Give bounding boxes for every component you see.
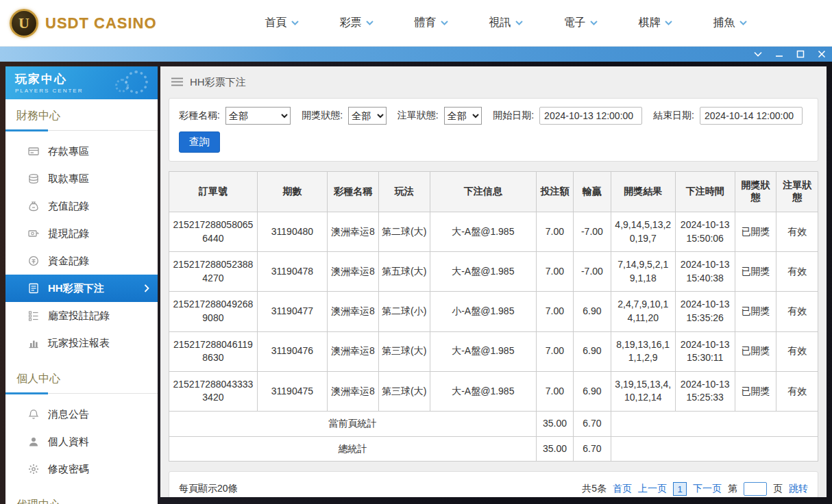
- cell-order: 2152172880580656440: [169, 212, 258, 252]
- sidebar-item-deposit[interactable]: 存款專區: [5, 138, 158, 165]
- sidebar-item-label: 資金記錄: [48, 255, 89, 268]
- pagination-bar: 每頁顯示20條 共5条 首页 上一页 1 下一页 第 页 跳转: [169, 471, 818, 497]
- sidebar-item-withdraw[interactable]: 取款專區: [5, 165, 158, 192]
- nav-item-lottery[interactable]: 彩票: [340, 16, 374, 30]
- chevron-down-icon: [515, 21, 523, 25]
- gear-icon: [28, 464, 39, 475]
- sidebar-item-cashout-records[interactable]: 提現記錄: [5, 220, 158, 247]
- sidebar-item-hh-lottery-bets[interactable]: HH彩票下注: [5, 275, 158, 302]
- money-bag-icon: [28, 201, 39, 212]
- cell-winloss: -7.00: [573, 252, 611, 292]
- bets-table: 訂單號 期數 彩種名稱 玩法 下注信息 投注額 輸贏 開獎結果 下注時間 開獎狀…: [169, 171, 818, 462]
- prev-page-link[interactable]: 上一页: [638, 483, 667, 495]
- draw-status-select[interactable]: 全部: [348, 107, 387, 125]
- sidebar-item-recharge-records[interactable]: 充值記錄: [5, 192, 158, 220]
- jump-button[interactable]: 跳转: [789, 483, 808, 495]
- start-date-input[interactable]: [539, 107, 642, 125]
- col-play: 玩法: [378, 172, 430, 212]
- cell-winloss: 6.90: [573, 292, 611, 331]
- cell-order: 2152172880523884270: [169, 252, 258, 292]
- sidebar-item-label: HH彩票下注: [48, 282, 104, 295]
- order-status-select[interactable]: 全部: [444, 107, 482, 125]
- cell-period: 31190480: [257, 212, 327, 252]
- chevron-down-icon: [291, 21, 299, 25]
- cell-result: 4,9,14,5,13,20,19,7: [611, 212, 675, 252]
- cell-time: 2024-10-13 15:25:33: [675, 371, 735, 411]
- chevron-right-icon: [144, 283, 149, 294]
- jump-page-input[interactable]: [744, 482, 767, 496]
- cell-order-status: 有效: [776, 292, 818, 331]
- sidebar-item-room-bet-records[interactable]: 廳室投註記錄: [5, 302, 158, 329]
- grand-total-empty: [611, 436, 818, 462]
- nav-item-cards[interactable]: 棋牌: [639, 16, 672, 30]
- nav-item-sports[interactable]: 體育: [415, 16, 448, 30]
- cell-order-status: 有效: [776, 371, 818, 411]
- breadcrumb: HH彩票下注: [160, 66, 827, 98]
- table-row: 2152172880461198630 31190476 澳洲幸运8 第三球(大…: [169, 331, 818, 371]
- cell-period: 31190475: [257, 371, 327, 411]
- cell-draw-status: 已開獎: [735, 252, 776, 292]
- chevron-down-icon: [665, 21, 672, 25]
- cell-play: 第二球(小): [378, 292, 430, 331]
- col-order: 訂單號: [169, 172, 258, 212]
- lottery-filter-label: 彩種名稱:: [179, 110, 220, 122]
- collapse-icon[interactable]: [753, 49, 763, 59]
- nav-label: 捕魚: [713, 16, 735, 30]
- total-count-text: 共5条: [582, 483, 607, 495]
- search-button[interactable]: 查詢: [179, 131, 220, 153]
- sidebar-item-label: 提現記錄: [48, 227, 89, 240]
- cell-amount: 7.00: [536, 292, 573, 331]
- sidebar-item-player-bet-report[interactable]: 玩家投注報表: [5, 329, 158, 357]
- sidebar-item-label: 取款專區: [48, 173, 89, 186]
- cell-time: 2024-10-13 15:35:26: [675, 292, 735, 331]
- window-titlebar: [0, 47, 832, 62]
- cell-order-status: 有效: [776, 252, 818, 292]
- close-icon[interactable]: [817, 49, 827, 59]
- chevron-down-icon: [590, 21, 598, 25]
- grand-total-label: 總統計: [169, 436, 537, 462]
- section-agent-center: 代理中心: [5, 498, 158, 504]
- table-header-row: 訂單號 期數 彩種名稱 玩法 下注信息 投注額 輸贏 開獎結果 下注時間 開獎狀…: [169, 172, 818, 212]
- hamburger-menu-icon[interactable]: [171, 77, 183, 88]
- cell-result: 2,4,7,9,10,14,11,20: [611, 292, 675, 331]
- cell-bet: 大-A盤@1.985: [430, 331, 536, 371]
- chevron-down-icon: [441, 21, 448, 25]
- maximize-icon[interactable]: [796, 49, 805, 59]
- page-total-empty: [611, 411, 818, 436]
- cell-draw-status: 已開獎: [735, 371, 776, 411]
- cell-bet: 大-A盤@1.985: [430, 371, 536, 411]
- cell-lottery: 澳洲幸运8: [328, 212, 379, 252]
- sidebar-item-profile[interactable]: 個人資料: [5, 428, 158, 455]
- nav-label: 棋牌: [639, 16, 661, 30]
- sidebar-item-announcements[interactable]: 消息公告: [5, 401, 158, 428]
- chevron-down-icon: [739, 21, 747, 25]
- checklist-icon: [28, 310, 39, 321]
- nav-item-fishing[interactable]: 捕魚: [713, 16, 747, 30]
- table-row: 2152172880492689080 31190477 澳洲幸运8 第二球(小…: [169, 292, 818, 331]
- current-page-button[interactable]: 1: [673, 482, 687, 496]
- sidebar-item-change-password[interactable]: 修改密碼: [5, 455, 158, 483]
- first-page-link[interactable]: 首页: [613, 483, 632, 495]
- sidebar-item-funds-records[interactable]: 資金記錄: [5, 247, 158, 275]
- sidebar-item-label: 玩家投注報表: [48, 337, 110, 350]
- cell-lottery: 澳洲幸运8: [328, 371, 379, 411]
- end-date-input[interactable]: [700, 107, 803, 125]
- finance-menu: 存款專區 取款專區 充值記錄 提現記錄 資金記錄: [5, 138, 158, 357]
- table-row: 2152172880433333420 31190475 澳洲幸运8 第三球(大…: [169, 371, 818, 411]
- end-date-label: 結束日期:: [653, 110, 694, 122]
- bets-table-wrap: 訂單號 期數 彩種名稱 玩法 下注信息 投注額 輸贏 開獎結果 下注時間 開獎狀…: [169, 171, 818, 462]
- nav-item-slots[interactable]: 電子: [564, 16, 598, 30]
- minimize-icon[interactable]: [774, 49, 784, 59]
- brand-logo[interactable]: U USDT CASINO: [10, 9, 157, 38]
- cell-lottery: 澳洲幸运8: [328, 292, 379, 331]
- cell-amount: 7.00: [536, 252, 573, 292]
- funds-coin-icon: [28, 255, 39, 266]
- poker-chip-icon: [115, 79, 129, 92]
- cell-order: 2152172880433333420: [169, 371, 258, 411]
- nav-item-video[interactable]: 視訊: [489, 16, 523, 30]
- next-page-link[interactable]: 下一页: [693, 483, 722, 495]
- section-personal-center: 個人中心: [5, 372, 158, 394]
- cell-play: 第三球(大): [378, 371, 430, 411]
- nav-item-home[interactable]: 首頁: [265, 16, 299, 30]
- lottery-select[interactable]: 全部: [225, 107, 291, 125]
